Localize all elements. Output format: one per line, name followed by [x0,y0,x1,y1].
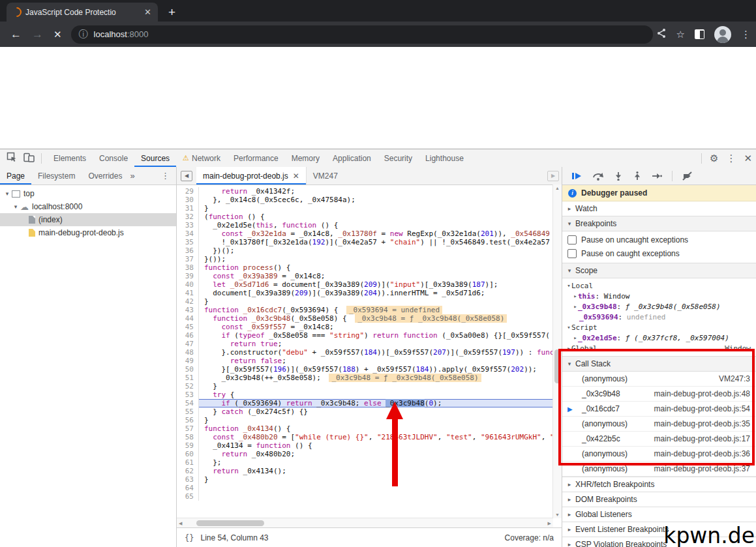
code-line[interactable]: 33 _0x2e1d5e(this, function () { [177,221,553,229]
step-into-icon[interactable] [614,171,623,181]
code-line[interactable]: 59 _0x4134 = function () { [177,441,553,450]
section-breakpoints[interactable]: ▾ Breakpoints [562,216,756,231]
back-icon[interactable]: ← [10,29,22,40]
devtools-tab-console[interactable]: Console [93,149,134,167]
site-info-icon[interactable]: ⓘ [79,29,88,40]
navigator-tab-overrides[interactable]: Overrides [82,167,129,185]
devtools-tab-network[interactable]: ⚠Network [176,149,227,167]
line-number[interactable]: 52 [177,382,199,391]
line-number[interactable]: 59 [177,441,199,450]
devtools-tab-elements[interactable]: Elements [47,149,93,167]
scroll-right-icon[interactable]: ▶ [548,518,551,528]
address-bar[interactable]: ⓘ localhost:8000 [71,25,653,44]
line-number[interactable]: 60 [177,450,199,458]
scope-group-global[interactable]: ▸GlobalWindow [562,343,756,353]
line-number[interactable]: 64 [177,484,199,492]
resume-icon[interactable] [571,171,582,181]
line-number[interactable]: 55 [177,407,199,416]
code-line[interactable]: 53 try { [177,391,553,399]
scope-group-local[interactable]: ▾Local [562,280,756,291]
section-call-stack[interactable]: ▾ Call Stack [562,357,756,372]
tree-item[interactable]: ▾top [0,187,176,200]
breakpoint-option[interactable]: Pause on uncaught exceptions [562,233,756,246]
line-number[interactable]: 33 [177,221,199,229]
line-number[interactable]: 44 [177,314,199,323]
code-line[interactable]: 48 }.constructor("debu" + _0x59f557(184)… [177,348,553,357]
code-line[interactable]: 49 return false; [177,357,553,365]
code-line[interactable]: 63} [177,475,553,484]
code-line[interactable]: 62 return _0x4134(); [177,467,553,475]
devtools-menu-icon[interactable]: ⋮ [726,153,736,163]
stop-loading-icon[interactable]: ✕ [53,29,62,39]
devtools-tab-security[interactable]: Security [378,149,419,167]
code-line[interactable]: 43function _0x16cdc7(_0x593694) { _0x593… [177,306,553,314]
devtools-tab-performance[interactable]: Performance [227,149,285,167]
code-line[interactable]: 30 }, _0x14c8(_0x5cec6c, _0x47584a); [177,196,553,204]
line-number[interactable]: 32 [177,213,199,221]
code-line[interactable]: 51 _0x3c9b48(++_0x58e058); _0x3c9b48 = ƒ… [177,374,553,382]
share-icon[interactable] [656,28,667,41]
line-number[interactable]: 57 [177,424,199,433]
line-number[interactable]: 61 [177,458,199,467]
code-line[interactable]: 61 }; [177,458,553,467]
code-line[interactable]: 39 const _0x39a389 = _0x14c8; [177,272,553,280]
tree-item[interactable]: (index) [0,213,176,226]
editor-vertical-scrollbar[interactable]: ▲ ▼ [552,185,562,518]
code-line[interactable]: 55 } catch (_0x274c5f) {} [177,407,553,416]
line-number[interactable]: 49 [177,357,199,365]
code-line[interactable]: 29 return _0x41342f; [177,187,553,196]
code-line[interactable]: 65 [177,492,553,501]
code-line[interactable]: 34 const _0x32e1da = _0x14c8, _0x13780f … [177,229,553,238]
call-stack-frame[interactable]: _0x422b5cmain-debug-prot-deob.js:17 [562,432,756,447]
editor-horizontal-scrollbar[interactable]: ◀ ▶ [177,518,553,528]
devtools-tab-application[interactable]: Application [326,149,378,167]
call-stack-frame[interactable]: ▶_0x16cdc7main-debug-prot-deob.js:54 [562,402,756,417]
close-icon[interactable]: ✕ [293,171,299,181]
navigator-tab-filesystem[interactable]: Filesystem [31,167,82,185]
section-global-listeners[interactable]: ▸Global Listeners [562,507,756,522]
line-number[interactable]: 58 [177,433,199,441]
code-line[interactable]: 40 let _0x5d71d6 = document[_0x39a389(20… [177,280,553,289]
tab-close-icon[interactable]: ✕ [143,7,153,17]
scope-variable[interactable]: ▸this: Window [562,291,756,301]
tabs-scroll-left-icon[interactable]: ◀ [181,171,192,181]
line-number[interactable]: 40 [177,280,199,289]
code-line[interactable]: 46 if (typeof _0x58e058 === "string") re… [177,331,553,340]
line-number[interactable]: 65 [177,492,199,501]
scroll-up-icon[interactable]: ▲ [553,186,562,190]
breakpoint-option[interactable]: Pause on caught exceptions [562,246,756,260]
line-number[interactable]: 37 [177,255,199,263]
checkbox[interactable] [567,235,577,244]
line-number[interactable]: 41 [177,289,199,297]
line-number[interactable]: 53 [177,391,199,399]
code-line[interactable]: 47 return true; [177,340,553,348]
code-line[interactable]: 37}()); [177,255,553,263]
code-line[interactable]: 44 function _0x3c9b48(_0x58e058) { _0x3c… [177,314,553,323]
code-line[interactable]: 45 const _0x59f557 = _0x14c8; [177,323,553,331]
scrollbar-thumb[interactable] [196,520,264,526]
editor-tab[interactable]: VM247 [307,167,344,185]
inspect-element-icon[interactable] [7,152,17,164]
line-number[interactable]: 43 [177,306,199,314]
line-number[interactable]: 34 [177,229,199,238]
scope-variable[interactable]: _0x593694: undefined [562,312,756,322]
deactivate-breakpoints-icon[interactable] [682,171,693,181]
scope-variable[interactable]: ▸_0x2e1d5e: ƒ (_0x37fcf8, _0x597004) [562,333,756,343]
section-xhr-fetch-breakpoints[interactable]: ▸XHR/fetch Breakpoints [562,477,756,492]
code-line[interactable]: 52 } [177,382,553,391]
forward-icon[interactable]: → [32,29,43,40]
scrollbar-thumb[interactable] [554,349,560,383]
code-view[interactable]: 29 return _0x41342f;30 }, _0x14c8(_0x5ce… [177,185,553,518]
pretty-print-icon[interactable]: {} [185,533,194,542]
devtools-tab-lighthouse[interactable]: Lighthouse [419,149,470,167]
more-tabs-icon[interactable]: » [130,171,134,181]
devtools-tab-sources[interactable]: Sources [134,149,176,167]
line-number[interactable]: 45 [177,323,199,331]
line-number[interactable]: 35 [177,238,199,246]
scope-group-script[interactable]: ▾Script [562,322,756,333]
code-line[interactable]: 38function process() { [177,263,553,272]
line-number[interactable]: 29 [177,187,199,196]
scroll-down-icon[interactable]: ▼ [553,512,562,517]
line-number[interactable]: 48 [177,348,199,357]
line-number[interactable]: 50 [177,365,199,374]
